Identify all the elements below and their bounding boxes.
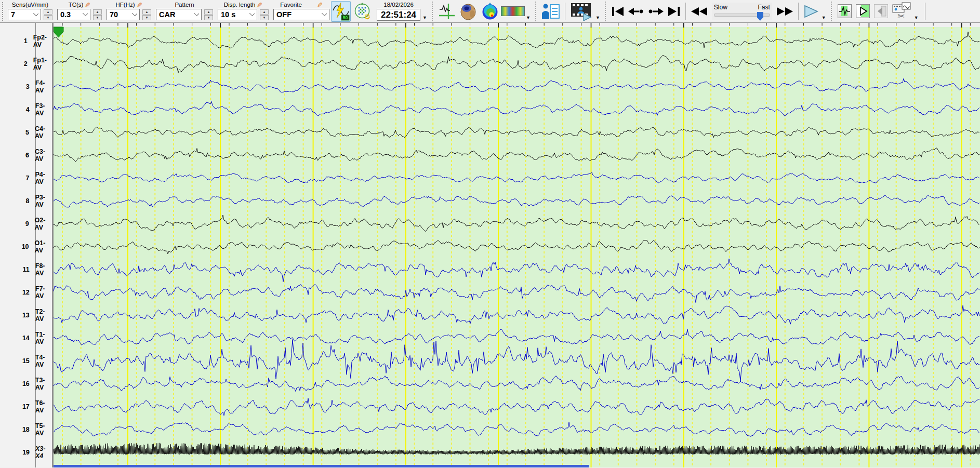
channel-row-F8-AV[interactable]: 11F8-AV (0, 265, 52, 274)
previous-page-button[interactable] (874, 4, 888, 18)
patient-info-button[interactable] (541, 2, 560, 21)
display-length-select[interactable]: 10 s (218, 9, 257, 20)
dsa-trend-button[interactable] (501, 6, 525, 16)
skip-to-end-icon (667, 6, 681, 17)
pencil-icon[interactable]: ✎ (317, 2, 323, 8)
channel-label: C4-AV (35, 125, 52, 140)
channel-label: O2-AV (35, 217, 52, 231)
notch-filter-button[interactable]: 50 (331, 1, 351, 22)
step-back-button[interactable] (628, 2, 644, 21)
pencil-icon[interactable]: ✎ (257, 2, 262, 8)
fast-forward-button[interactable] (776, 2, 793, 21)
sens-spin-down[interactable]: ▼ (44, 15, 52, 20)
waveform-area[interactable] (54, 23, 980, 467)
channel-row-T1-AV[interactable]: 14T1-AV (0, 333, 52, 343)
chevron-down-icon (322, 11, 327, 16)
channel-number: 6 (0, 152, 29, 159)
head-3d-icon (459, 3, 478, 20)
step-forward-button[interactable] (647, 2, 664, 21)
channel-label: T6-AV (35, 399, 52, 414)
go-to-end-button[interactable] (667, 2, 681, 21)
review-monitor-button[interactable] (838, 4, 852, 18)
play-button[interactable] (803, 2, 819, 21)
topo-map-button[interactable] (481, 2, 499, 21)
channel-row-O1-AV[interactable]: 10O1-AV (0, 242, 52, 251)
dsa-dropdown-caret[interactable]: ▼ (526, 15, 531, 20)
separator (535, 2, 536, 21)
green-play-icon (857, 5, 869, 17)
separator (798, 3, 799, 20)
video-clip-cut-button[interactable]: ✂ (892, 2, 911, 21)
tc-spin-down[interactable]: ▼ (93, 15, 102, 20)
sens-select[interactable]: 7 (8, 9, 41, 20)
cut-dropdown-caret[interactable]: ▼ (914, 15, 919, 20)
channel-row-T2-AV[interactable]: 13T2-AV (0, 311, 52, 320)
tc-select[interactable]: 0.3 (57, 9, 90, 20)
hf-spin-up[interactable]: ▲ (142, 9, 151, 15)
toolbar-grip[interactable] (2, 2, 6, 21)
channel-row-C3-AV[interactable]: 6C3-AV (0, 151, 52, 160)
eeg-waveform-canvas[interactable] (54, 23, 980, 467)
channel-row-P4-AV[interactable]: 7P4-AV (0, 173, 52, 183)
channel-number: 3 (0, 83, 30, 90)
record-time[interactable]: 22:51:24 (377, 9, 420, 21)
pattern-spin-down[interactable]: ▼ (204, 15, 213, 20)
display-length-spin-down[interactable]: ▼ (260, 15, 269, 20)
channel-number: 11 (0, 266, 30, 273)
display-length-spin-up[interactable]: ▲ (260, 9, 269, 15)
channel-row-X3-X4[interactable]: 19X3-X4 (0, 448, 52, 457)
channel-row-F3-AV[interactable]: 4F3-AV (0, 105, 52, 114)
rewind-icon (691, 7, 708, 16)
tc-spin-up[interactable]: ▲ (93, 9, 102, 15)
go-to-start-button[interactable] (611, 2, 625, 21)
time-dropdown-caret[interactable]: ▼ (422, 15, 427, 20)
pencil-icon[interactable]: ✎ (85, 2, 90, 8)
hf-select[interactable]: 70 (107, 9, 140, 20)
electrode-head-gear-icon: ⚙ (353, 2, 372, 21)
speed-slider[interactable]: Slow Fast (712, 3, 772, 20)
channel-row-C4-AV[interactable]: 5C4-AV (0, 128, 52, 137)
channel-number: 13 (0, 312, 30, 319)
start-review-button[interactable] (856, 4, 870, 18)
channel-row-T6-AV[interactable]: 17T6-AV (0, 402, 52, 411)
video-playback-button[interactable] (570, 2, 593, 21)
montage-settings-button[interactable]: ⚙ (353, 2, 372, 21)
speed-slider-track[interactable] (714, 14, 770, 17)
sens-spinner: ▲ ▼ (44, 9, 52, 20)
channel-label: T3-AV (35, 377, 52, 391)
channel-row-O2-AV[interactable]: 9O2-AV (0, 219, 52, 229)
waveform-cross-icon (438, 3, 456, 20)
channel-label: F4-AV (35, 79, 52, 94)
waveform-view-button[interactable] (438, 2, 456, 21)
channel-row-P3-AV[interactable]: 8P3-AV (0, 196, 52, 206)
svg-text:50: 50 (343, 15, 348, 20)
pattern-select[interactable]: CAR (156, 9, 202, 20)
pattern-spin-up[interactable]: ▲ (204, 9, 213, 15)
channel-number: 16 (0, 380, 30, 387)
hf-spinner: ▲ ▼ (142, 9, 151, 20)
channel-row-T3-AV[interactable]: 16T3-AV (0, 379, 52, 389)
play-dropdown-caret[interactable]: ▼ (822, 15, 826, 20)
channel-row-Fp2-AV[interactable]: 1Fp2-AV (0, 36, 52, 46)
pencil-icon[interactable]: ✎ (137, 2, 142, 8)
rewind-button[interactable] (691, 2, 708, 21)
channel-row-T4-AV[interactable]: 15T4-AV (0, 356, 52, 366)
channel-number: 17 (0, 403, 30, 410)
chevron-down-icon (83, 11, 88, 16)
fast-label: Fast (758, 4, 770, 11)
channel-row-F7-AV[interactable]: 12F7-AV (0, 288, 52, 297)
channel-row-T5-AV[interactable]: 18T5-AV (0, 425, 52, 434)
favorite-select[interactable]: OFF (273, 9, 329, 20)
channel-row-Fp1-AV[interactable]: 2Fp1-AV (0, 59, 52, 69)
channel-label: F8-AV (35, 262, 52, 277)
sens-spin-up[interactable]: ▲ (44, 9, 52, 15)
channel-row-F4-AV[interactable]: 3F4-AV (0, 82, 52, 91)
video-dropdown-caret[interactable]: ▼ (595, 15, 600, 20)
sens-label: Sens(uV/mm) (12, 2, 48, 8)
channel-label: P3-AV (35, 194, 52, 208)
pattern-label: Pattern (175, 2, 194, 8)
hf-spin-down[interactable]: ▼ (142, 15, 151, 20)
speed-slider-thumb[interactable] (757, 12, 763, 21)
head-3d-map-button[interactable] (459, 2, 478, 21)
channel-number: 7 (0, 175, 29, 182)
